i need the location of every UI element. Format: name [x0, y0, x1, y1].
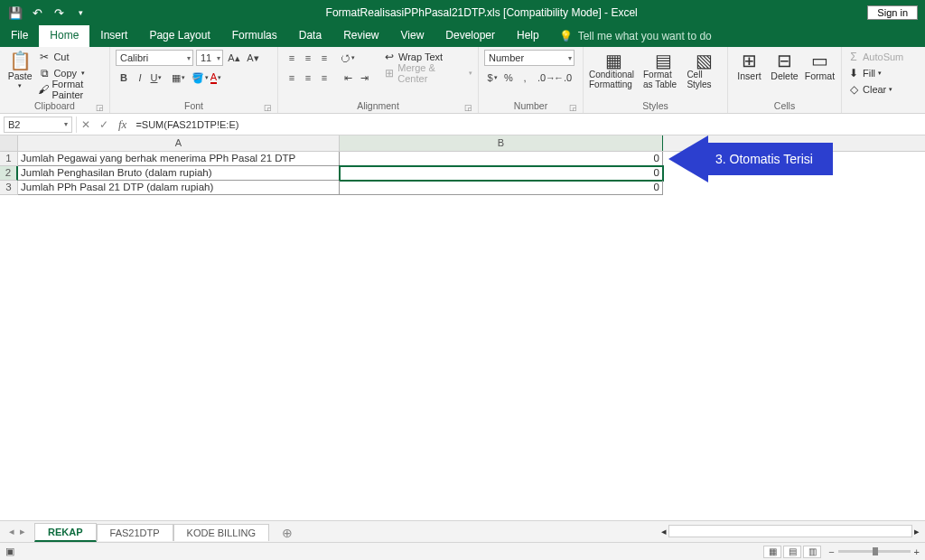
- align-middle-button[interactable]: ≡: [300, 50, 316, 66]
- worksheet[interactable]: A B 1 Jumlah Pegawai yang berhak menerim…: [0, 135, 925, 520]
- tab-help[interactable]: Help: [506, 25, 550, 47]
- underline-button[interactable]: U: [148, 70, 164, 86]
- scrollbar-track[interactable]: [668, 525, 912, 537]
- font-size-combo[interactable]: 11: [196, 50, 223, 66]
- fx-icon[interactable]: fx: [118, 117, 126, 132]
- delete-cells-button[interactable]: ⊟Delete: [769, 50, 800, 81]
- fill-color-button[interactable]: 🪣: [192, 70, 208, 86]
- chevron-right-icon[interactable]: ▸: [20, 526, 25, 537]
- undo-icon[interactable]: ↶: [27, 3, 47, 23]
- sheet-tab-fas21dtp[interactable]: FAS21DTP: [97, 524, 173, 541]
- sheet-tab-rekap[interactable]: REKAP: [34, 523, 97, 542]
- font-color-button[interactable]: A: [208, 70, 224, 86]
- group-font: Calibri 11 A▴ A▾ B I U ▦ 🪣 A Font◲: [110, 47, 278, 113]
- cell-styles-button[interactable]: ▧Cell Styles: [687, 50, 722, 89]
- col-header-A[interactable]: A: [18, 135, 340, 151]
- select-all-corner[interactable]: [0, 135, 18, 151]
- launcher-icon[interactable]: ◲: [264, 103, 272, 112]
- tab-formulas[interactable]: Formulas: [221, 25, 288, 47]
- font-name-combo[interactable]: Calibri: [116, 50, 193, 66]
- autosum-button[interactable]: ΣAutoSum: [847, 50, 903, 64]
- decrease-decimal-button[interactable]: ←.0: [555, 70, 571, 86]
- signin-button[interactable]: Sign in: [867, 5, 918, 20]
- horizontal-scrollbar[interactable]: ◂ ▸: [661, 525, 920, 537]
- tab-home[interactable]: Home: [39, 25, 89, 47]
- zoom-slider[interactable]: [838, 550, 911, 553]
- orientation-button[interactable]: ⭯: [340, 50, 356, 66]
- sheet-tab-kodebilling[interactable]: KODE BILLING: [173, 524, 269, 541]
- name-box[interactable]: B2: [4, 117, 72, 133]
- fill-button[interactable]: ⬇Fill▾: [847, 66, 903, 80]
- tab-pagelayout[interactable]: Page Layout: [138, 25, 220, 47]
- align-right-button[interactable]: ≡: [316, 70, 332, 86]
- align-top-button[interactable]: ≡: [284, 50, 300, 66]
- group-alignment: ≡ ≡ ≡ ⭯ ≡ ≡ ≡ ⇤ ⇥ ↩Wrap Text ⊞Merge & Ce…: [278, 47, 479, 113]
- borders-button[interactable]: ▦: [170, 70, 186, 86]
- tab-developer[interactable]: Developer: [434, 25, 506, 47]
- sheet-nav[interactable]: ◂▸: [0, 526, 34, 537]
- tab-file[interactable]: File: [0, 25, 39, 47]
- number-format-combo[interactable]: Number: [484, 50, 575, 66]
- align-center-button[interactable]: ≡: [300, 70, 316, 86]
- zoom-out-button[interactable]: −: [828, 546, 834, 557]
- tab-review[interactable]: Review: [332, 25, 389, 47]
- tellme-search[interactable]: 💡 Tell me what you want to do: [550, 25, 721, 47]
- launcher-icon[interactable]: ◲: [569, 103, 577, 112]
- view-pagebreak-button[interactable]: ▥: [803, 546, 821, 558]
- paste-label: Paste: [8, 70, 33, 81]
- comma-button[interactable]: ,: [517, 70, 533, 86]
- increase-font-button[interactable]: A▴: [226, 50, 242, 66]
- save-icon[interactable]: 💾: [5, 3, 25, 23]
- cell-B3[interactable]: 0: [340, 181, 663, 195]
- row-header[interactable]: 2: [0, 166, 18, 181]
- painter-label: Format Painter: [51, 79, 104, 100]
- chevron-right-icon[interactable]: ▸: [914, 526, 920, 537]
- increase-decimal-button[interactable]: .0→: [538, 70, 555, 86]
- percent-button[interactable]: %: [500, 70, 517, 86]
- accounting-button[interactable]: $: [484, 70, 500, 86]
- insert-cells-button[interactable]: ⊞Insert: [733, 50, 765, 81]
- chevron-left-icon[interactable]: ◂: [661, 526, 667, 537]
- tab-data[interactable]: Data: [288, 25, 332, 47]
- col-header-B[interactable]: B: [340, 135, 663, 151]
- launcher-icon[interactable]: ◲: [464, 103, 472, 112]
- align-left-button[interactable]: ≡: [284, 70, 300, 86]
- decrease-indent-button[interactable]: ⇤: [340, 70, 356, 86]
- cell-B2[interactable]: 0: [340, 166, 663, 181]
- italic-button[interactable]: I: [132, 70, 148, 86]
- redo-icon[interactable]: ↷: [49, 3, 69, 23]
- merge-center-button[interactable]: ⊞Merge & Center▾: [383, 66, 472, 80]
- cell-A1[interactable]: Jumlah Pegawai yang berhak menerima PPh …: [18, 152, 340, 166]
- cell-A2[interactable]: Jumlah Penghasilan Bruto (dalam rupiah): [18, 166, 340, 181]
- cell-A3[interactable]: Jumlah PPh Pasal 21 DTP (dalam rupiah): [18, 181, 340, 195]
- decrease-font-button[interactable]: A▾: [245, 50, 261, 66]
- format-cells-button[interactable]: ▭Format: [804, 50, 836, 81]
- formula-input[interactable]: =SUM(FAS21DTP!E:E): [132, 119, 925, 130]
- enter-formula-button[interactable]: ✓: [95, 118, 113, 131]
- zoom-control[interactable]: − +: [828, 546, 920, 557]
- cut-button[interactable]: ✂Cut: [38, 50, 104, 64]
- paste-button[interactable]: 📋 Paste ▾: [5, 50, 34, 89]
- view-pagelayout-button[interactable]: ▤: [783, 546, 801, 558]
- record-macro-icon[interactable]: ▣: [5, 546, 14, 557]
- new-sheet-button[interactable]: ⊕: [269, 523, 305, 543]
- cell-B1[interactable]: 0: [340, 152, 663, 166]
- row-header[interactable]: 3: [0, 181, 18, 195]
- cancel-formula-button[interactable]: ✕: [77, 118, 95, 131]
- insert-label: Insert: [737, 70, 761, 81]
- launcher-icon[interactable]: ◲: [96, 103, 104, 112]
- increase-indent-button[interactable]: ⇥: [356, 70, 372, 86]
- zoom-in-button[interactable]: +: [914, 546, 920, 557]
- bold-button[interactable]: B: [116, 70, 132, 86]
- qat-dropdown-icon[interactable]: ▾: [70, 3, 90, 23]
- tab-view[interactable]: View: [390, 25, 435, 47]
- clear-button[interactable]: ◇Clear▾: [847, 82, 903, 97]
- chevron-left-icon[interactable]: ◂: [9, 526, 14, 537]
- format-painter-button[interactable]: 🖌Format Painter: [38, 82, 104, 97]
- row-header[interactable]: 1: [0, 152, 18, 166]
- align-bottom-button[interactable]: ≡: [316, 50, 332, 66]
- tab-insert[interactable]: Insert: [89, 25, 138, 47]
- conditional-formatting-button[interactable]: ▦Conditional Formatting: [589, 50, 640, 89]
- format-as-table-button[interactable]: ▤Format as Table: [643, 50, 683, 89]
- view-normal-button[interactable]: ▦: [763, 546, 781, 558]
